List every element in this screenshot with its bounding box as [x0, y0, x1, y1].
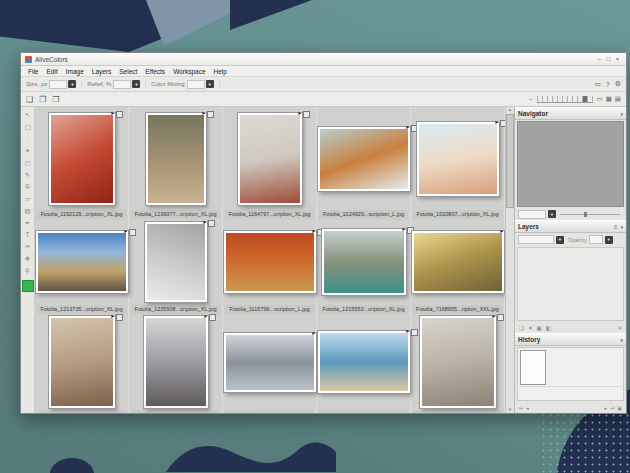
gallery-cell[interactable]: ➤Fotolia_1164797...cription_XL.jpg — [223, 107, 317, 219]
scrollbar-thumb[interactable] — [506, 114, 514, 208]
param-value-field[interactable] — [187, 80, 205, 89]
photo-thumbnail[interactable] — [49, 316, 115, 408]
eyedropper-tool[interactable]: ✑ — [23, 242, 32, 251]
history-prev-icon[interactable]: ◂ — [526, 405, 529, 411]
share-arrow-icon[interactable]: ➤ — [494, 120, 498, 125]
tag-checkbox-icon[interactable] — [208, 220, 215, 227]
gallery-cell[interactable]: ➤ — [317, 314, 411, 413]
photo-thumbnail[interactable] — [146, 113, 206, 205]
tag-checkbox-icon[interactable] — [500, 120, 506, 127]
param-value-field[interactable] — [113, 80, 131, 89]
gallery-cell[interactable]: ➤Fotolia_1192129...cription_XL.jpg — [35, 107, 129, 219]
share-arrow-icon[interactable]: ➤ — [202, 220, 206, 225]
text-tool[interactable]: T — [23, 230, 32, 239]
scroll-up-icon[interactable]: ▴ — [509, 107, 511, 113]
photo-thumbnail[interactable] — [224, 231, 316, 293]
tag-checkbox-icon[interactable] — [207, 111, 214, 118]
photo-thumbnail[interactable] — [318, 127, 410, 191]
menu-item-file[interactable]: File — [24, 68, 42, 75]
zoom-slider-thumb[interactable] — [584, 212, 587, 217]
new-layer-icon[interactable]: ❏ — [519, 325, 524, 331]
param-dropdown-button[interactable]: ▾ — [132, 80, 140, 88]
gradient-tool[interactable]: ▨ — [23, 206, 32, 215]
delete-layer-icon[interactable]: ✕ — [617, 325, 622, 331]
share-arrow-icon[interactable]: ➤ — [110, 314, 114, 319]
zoom-value-field[interactable] — [518, 210, 546, 219]
gallery-cell[interactable]: ➤Fotolia_1213735...cription_XL.jpg — [35, 219, 129, 314]
blend-mode-field[interactable] — [518, 235, 554, 244]
share-arrow-icon[interactable]: ➤ — [405, 329, 409, 334]
tag-checkbox-icon[interactable] — [116, 111, 123, 118]
zoom-tool[interactable]: ⚲ — [23, 266, 32, 275]
zoom-dropdown-button[interactable]: ▾ — [548, 210, 556, 218]
magic-wand-tool[interactable]: ✦ — [23, 146, 32, 155]
menu-item-effects[interactable]: Effects — [141, 68, 169, 75]
history-first-icon[interactable]: ⇤ — [519, 405, 523, 411]
share-arrow-icon[interactable]: ➤ — [311, 229, 315, 234]
tag-checkbox-icon[interactable] — [497, 314, 504, 321]
menu-item-edit[interactable]: Edit — [42, 68, 61, 75]
history-thumbnail[interactable] — [520, 350, 546, 385]
help-icon[interactable]: ? — [606, 81, 610, 88]
selection-arrow-tool[interactable]: ↖ — [23, 110, 32, 119]
gallery-cell[interactable]: ➤Fotolia_1215553...cription_XL.jpg — [317, 219, 411, 314]
grid-view-icon[interactable]: ▦ — [606, 95, 612, 103]
share-arrow-icon[interactable]: ➤ — [297, 111, 301, 116]
gallery-cell[interactable]: ➤ — [35, 314, 129, 413]
tag-checkbox-icon[interactable] — [505, 229, 506, 236]
photo-thumbnail[interactable] — [145, 222, 207, 302]
share-arrow-icon[interactable]: ➤ — [311, 331, 315, 336]
pen-tool[interactable]: ✒ — [23, 218, 32, 227]
crop-tool[interactable]: ◰ — [23, 158, 32, 167]
vertical-scrollbar[interactable]: ▴ ▾ — [505, 107, 514, 413]
layers-collapse-icon[interactable]: ▾ — [620, 224, 623, 230]
history-panel-header[interactable]: History ▾ — [515, 333, 626, 346]
clone-stamp-tool[interactable]: ✇ — [23, 182, 32, 191]
share-arrow-icon[interactable]: ➤ — [201, 111, 205, 116]
open-image-icon[interactable]: ❐ — [39, 95, 46, 104]
photo-thumbnail[interactable] — [322, 229, 406, 295]
param-dropdown-button[interactable]: ▾ — [206, 80, 214, 88]
share-arrow-icon[interactable]: ➤ — [401, 227, 405, 232]
share-arrow-icon[interactable]: ➤ — [405, 125, 409, 130]
tag-checkbox-icon[interactable] — [411, 329, 418, 336]
param-dropdown-button[interactable]: ▾ — [68, 80, 76, 88]
single-view-icon[interactable]: ▭ — [597, 95, 603, 103]
gallery-cell[interactable]: ➤Fotolia_1239377...cription_XL.jpg — [129, 107, 223, 219]
history-list[interactable] — [517, 347, 624, 401]
photo-thumbnail[interactable] — [420, 316, 496, 408]
zoom-out-icon[interactable]: − — [528, 96, 532, 103]
layer-effects-icon[interactable]: ✦ — [528, 325, 533, 331]
opacity-field[interactable] — [589, 235, 603, 244]
thumbnail-size-slider[interactable] — [537, 96, 593, 103]
gallery-cell[interactable]: ➤Fotolia_7168955...ription_XXL.jpg — [411, 219, 505, 314]
param-value-field[interactable] — [49, 80, 67, 89]
menu-item-image[interactable]: Image — [62, 68, 88, 75]
gallery-cell[interactable]: ➤Fotolia_1235908...cription_XL.jpg — [129, 219, 223, 314]
photo-thumbnail[interactable] — [318, 331, 410, 393]
gallery-cell[interactable]: ➤ — [129, 314, 223, 413]
history-collapse-icon[interactable]: ▾ — [620, 337, 623, 343]
gallery-cell[interactable]: ➤Fotolia_1010807...cription_XL.jpg — [411, 107, 505, 219]
share-arrow-icon[interactable]: ➤ — [110, 111, 114, 116]
history-row[interactable] — [519, 349, 622, 387]
blend-dropdown-button[interactable]: ▾ — [556, 236, 564, 244]
tag-checkbox-icon[interactable] — [303, 111, 310, 118]
brush-tool[interactable]: ✎ — [23, 170, 32, 179]
menu-item-select[interactable]: Select — [115, 68, 141, 75]
maximize-button[interactable]: □ — [604, 56, 613, 62]
menu-item-help[interactable]: Help — [210, 68, 231, 75]
history-next-icon[interactable]: ▸ — [605, 405, 608, 411]
hand-tool[interactable]: ✥ — [23, 254, 32, 263]
layer-group-icon[interactable]: ▣ — [537, 325, 542, 331]
photo-thumbnail[interactable] — [224, 333, 316, 392]
preferences-icon[interactable]: ⚙ — [615, 80, 621, 88]
minimize-button[interactable]: – — [595, 56, 604, 62]
layers-list[interactable] — [517, 247, 624, 321]
layer-mask-icon[interactable]: ◧ — [546, 325, 551, 331]
share-view-icon[interactable]: ▭ — [594, 80, 601, 88]
scroll-down-icon[interactable]: ▾ — [509, 407, 511, 413]
history-snapshot-icon[interactable]: ▣ — [617, 405, 622, 411]
lasso-tool[interactable]: ◌ — [23, 134, 32, 143]
menu-item-layers[interactable]: Layers — [88, 68, 116, 75]
